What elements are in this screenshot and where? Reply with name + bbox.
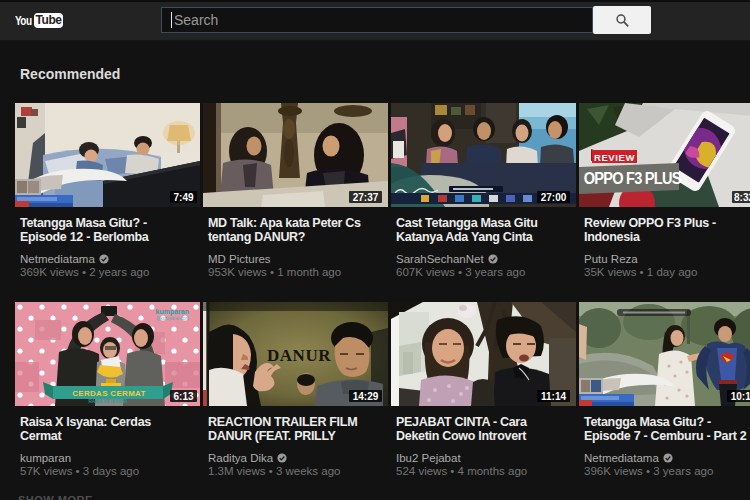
svg-text:14:29: 14:29 <box>353 391 379 402</box>
svg-text:6:13: 6:13 <box>173 391 193 402</box>
svg-text:DANUR: DANUR <box>267 346 331 365</box>
svg-text:11:14: 11:14 <box>541 391 566 402</box>
svg-text:8:32: 8:32 <box>734 192 750 203</box>
svg-text:7:49: 7:49 <box>173 192 193 203</box>
svg-text:27:37: 27:37 <box>353 192 379 203</box>
svg-text:kumparan: kumparan <box>156 308 189 316</box>
svg-text:@kumparancom: @kumparancom <box>156 316 189 321</box>
svg-text:OPPO F3 PLUS: OPPO F3 PLUS <box>584 169 681 187</box>
svg-text:REVIEW: REVIEW <box>594 152 635 163</box>
svg-text:CERDAS CERMAT: CERDAS CERMAT <box>72 389 146 398</box>
svg-text:27:00: 27:00 <box>541 192 567 203</box>
svg-text:RAISA VS ISYANA: RAISA VS ISYANA <box>89 399 129 404</box>
svg-text:10:12: 10:12 <box>731 391 750 402</box>
